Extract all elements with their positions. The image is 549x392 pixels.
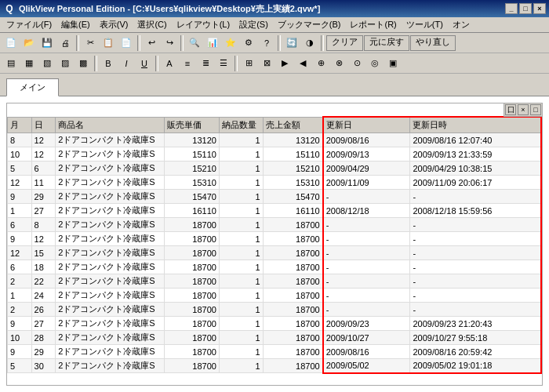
table-row: 2262ドアコンパクト冷蔵庫S18700118700-- <box>8 303 542 317</box>
copy-btn[interactable]: 📋 <box>100 34 117 52</box>
menu-bookmarks[interactable]: ブックマーク(B) <box>273 18 346 31</box>
zoom-btn[interactable]: 🔍 <box>186 34 203 52</box>
tb2-btn-18[interactable]: ⊗ <box>330 55 347 72</box>
table-row: 8122ドアコンパクト冷蔵庫S131201131202009/08/162009… <box>8 133 542 147</box>
minimize-button[interactable]: _ <box>505 3 518 14</box>
table-cell: 1 <box>219 274 263 289</box>
table-cell: 18 <box>31 260 56 274</box>
table-cell: 1 <box>219 190 263 204</box>
settings-btn[interactable]: ⚙ <box>240 34 257 52</box>
table-cell: 1 <box>219 204 263 218</box>
table-cell: 2009/05/02 <box>323 359 410 373</box>
table-cell: 2ドアコンパクト冷蔵庫S <box>56 274 165 289</box>
paste-btn[interactable]: 📄 <box>118 34 135 52</box>
menu-select[interactable]: 選択(C) <box>133 18 171 31</box>
tb2-btn-16[interactable]: ◀ <box>294 55 311 72</box>
tb2-btn-19[interactable]: ⊙ <box>348 55 365 72</box>
tb2-btn-3[interactable]: ▧ <box>38 55 56 72</box>
help-btn[interactable]: ? <box>258 34 275 52</box>
table-cell: 2009/04/29 <box>323 162 410 176</box>
table-cell: 2ドアコンパクト冷蔵庫S <box>56 345 165 359</box>
header-datetime: 更新日時 <box>410 117 541 133</box>
clear-button[interactable]: クリア <box>326 35 363 51</box>
table-cell: 18700 <box>263 289 323 303</box>
maximize-button[interactable]: □ <box>519 3 532 14</box>
tb2-btn-8[interactable]: U <box>136 55 153 72</box>
tb2-btn-20[interactable]: ◎ <box>366 55 384 72</box>
table-cell: 1 <box>219 232 263 246</box>
table-cell: 9 <box>8 345 32 359</box>
table-cell: 30 <box>31 359 56 373</box>
chart-btn[interactable]: 📊 <box>204 34 221 52</box>
table-cell: - <box>410 190 541 204</box>
table-cell: 13120 <box>165 133 220 147</box>
table-cell: 2009/04/29 10:38:15 <box>410 162 541 176</box>
menu-edit[interactable]: 編集(E) <box>56 18 95 31</box>
table-cell: 2009/09/23 21:20:43 <box>410 317 541 331</box>
redo-btn[interactable]: ↪ <box>161 34 178 52</box>
table-cell: 2008/12/18 <box>323 204 410 218</box>
menu-settings[interactable]: 設定(S) <box>235 18 273 31</box>
table-row: 1242ドアコンパクト冷蔵庫S18700118700-- <box>8 289 542 303</box>
table-cell: 2009/10/27 <box>323 331 410 345</box>
table-row: 682ドアコンパクト冷蔵庫S18700118700-- <box>8 218 542 232</box>
table-cell: 2ドアコンパクト冷蔵庫S <box>56 176 165 190</box>
menu-layout[interactable]: レイアウト(L) <box>172 18 235 31</box>
reload-btn[interactable]: 🔄 <box>283 34 300 52</box>
tb2-btn-21[interactable]: ▣ <box>384 55 402 72</box>
tb2-btn-4[interactable]: ▨ <box>56 55 74 72</box>
undo-btn[interactable]: ↩ <box>143 34 160 52</box>
tb2-btn-14[interactable]: ⊠ <box>258 55 275 72</box>
toolbar-1: 📄 📂 💾 🖨 ✂ 📋 📄 ↩ ↪ 🔍 📊 ⭐ ⚙ ? 🔄 ◑ クリア 元に戻す… <box>0 33 549 53</box>
table-close-btn[interactable]: □ <box>530 104 541 115</box>
menu-online[interactable]: オン <box>448 18 474 31</box>
table-cell: 18700 <box>263 317 323 331</box>
data-table: 月 日 商品名 販売単価 納品数量 売上金額 更新日 更新日時 8122ドアコン… <box>7 116 542 374</box>
star-btn[interactable]: ⭐ <box>222 34 239 52</box>
menu-reports[interactable]: レポート(R) <box>345 18 401 31</box>
table-cell: - <box>410 246 541 260</box>
print-btn[interactable]: 🖨 <box>56 34 74 52</box>
table-cell: - <box>323 289 410 303</box>
table-cell: 24 <box>31 289 56 303</box>
table-cell: - <box>410 274 541 289</box>
menu-file[interactable]: ファイル(F) <box>2 18 56 31</box>
tb2-btn-11[interactable]: ≣ <box>197 55 214 72</box>
tb2-btn-9[interactable]: A <box>161 55 178 72</box>
table-cell: 15210 <box>165 162 220 176</box>
tb2-btn-12[interactable]: ☰ <box>215 55 232 72</box>
tab-main[interactable]: メイン <box>6 78 59 96</box>
close-button[interactable]: × <box>533 3 546 14</box>
table-cell: - <box>323 274 410 289</box>
tb2-btn-5[interactable]: ▩ <box>75 55 92 72</box>
open-btn[interactable]: 📂 <box>20 34 38 52</box>
new-btn[interactable]: 📄 <box>2 34 20 52</box>
tb2-btn-10[interactable]: ≡ <box>179 55 196 72</box>
table-cell: 1 <box>219 317 263 331</box>
table-cell: 27 <box>31 317 56 331</box>
save-btn[interactable]: 💾 <box>38 34 56 52</box>
table-row: 1272ドアコンパクト冷蔵庫S161101161102008/12/182008… <box>8 204 542 218</box>
cut-btn[interactable]: ✂ <box>82 34 99 52</box>
table-cell: 6 <box>8 218 32 232</box>
table-cell: 5 <box>8 162 32 176</box>
menu-tools[interactable]: ツール(T) <box>402 18 448 31</box>
table-cell: - <box>410 303 541 317</box>
back-button[interactable]: 元に戻す <box>364 35 409 51</box>
table-cell: 2ドアコンパクト冷蔵庫S <box>56 190 165 204</box>
forward-button[interactable]: やり直し <box>410 35 456 51</box>
tb2-btn-1[interactable]: ▤ <box>2 55 20 72</box>
menu-view[interactable]: 表示(V) <box>95 18 133 31</box>
table-cell: - <box>323 232 410 246</box>
tb2-btn-7[interactable]: I <box>118 55 135 72</box>
table-restore-btn[interactable]: 囗 <box>505 104 516 115</box>
tb2-btn-17[interactable]: ⊕ <box>312 55 329 72</box>
partial-btn[interactable]: ◑ <box>301 34 318 52</box>
table-maximize-btn[interactable]: × <box>518 104 529 115</box>
tb2-btn-6[interactable]: B <box>100 55 117 72</box>
tb2-btn-15[interactable]: ▶ <box>276 55 293 72</box>
tb2-btn-13[interactable]: ⊞ <box>240 55 257 72</box>
tb2-btn-2[interactable]: ▦ <box>20 55 38 72</box>
table-cell: 18700 <box>165 289 220 303</box>
table-cell: 15210 <box>263 162 323 176</box>
